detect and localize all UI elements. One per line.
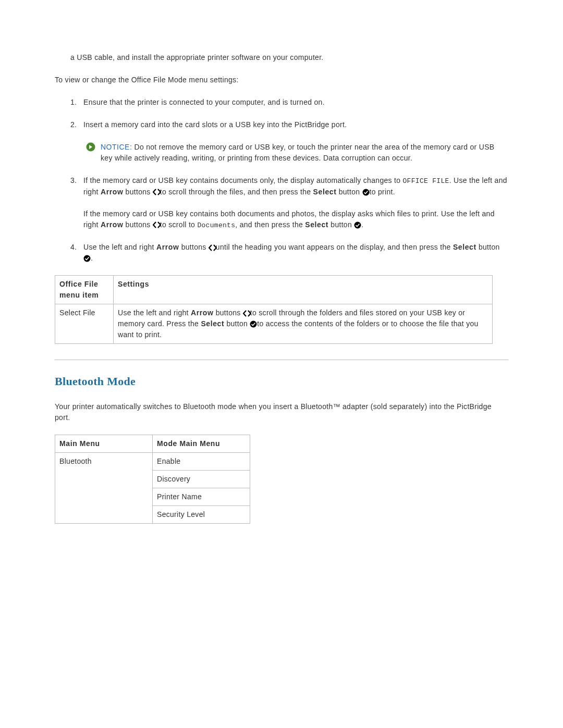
table-cell: Use the left and right Arrow buttons to … bbox=[114, 304, 493, 344]
table-header: Mode Main Menu bbox=[153, 435, 250, 453]
step-text: If the memory card or USB key contains d… bbox=[83, 175, 508, 230]
arrow-label: Arrow bbox=[101, 220, 123, 229]
steps-list: 1. Ensure that the printer is connected … bbox=[55, 97, 508, 264]
code-documents: Documents bbox=[197, 221, 235, 229]
svg-point-4 bbox=[250, 321, 257, 328]
arrow-buttons-icon bbox=[153, 221, 160, 228]
arrow-label: Arrow bbox=[156, 243, 179, 251]
table-header: Office File menu item bbox=[55, 276, 114, 304]
step-text: Insert a memory card into the card slots… bbox=[83, 119, 508, 130]
select-label: Select bbox=[453, 243, 476, 251]
intro-continuation: a USB cable, and install the appropriate… bbox=[70, 52, 508, 63]
bluetooth-intro: Your printer automatically switches to B… bbox=[55, 401, 508, 423]
table-header: Settings bbox=[114, 276, 493, 304]
instructions-intro: To view or change the Office File Mode m… bbox=[55, 75, 508, 85]
bluetooth-table: Main Menu Mode Main Menu Bluetooth Enabl… bbox=[55, 435, 250, 524]
step-number: 3. bbox=[70, 175, 83, 186]
notice-text: NOTICE: Do not remove the memory card or… bbox=[101, 142, 508, 164]
table-cell: Security Level bbox=[153, 506, 250, 524]
office-file-table: Office File menu item Settings Select Fi… bbox=[55, 275, 493, 344]
arrow-label: Arrow bbox=[101, 188, 123, 196]
select-button-icon bbox=[83, 255, 91, 262]
svg-point-2 bbox=[354, 221, 361, 228]
table-row: Bluetooth Enable bbox=[55, 453, 250, 471]
step-1: 1. Ensure that the printer is connected … bbox=[70, 97, 508, 108]
select-label: Select bbox=[305, 220, 328, 229]
svg-point-1 bbox=[362, 189, 369, 195]
svg-point-3 bbox=[84, 255, 91, 262]
step-3: 3. If the memory card or USB key contain… bbox=[70, 175, 508, 230]
arrow-buttons-icon bbox=[153, 189, 160, 195]
table-cell: Bluetooth bbox=[55, 453, 153, 524]
arrow-buttons-icon bbox=[209, 244, 216, 251]
select-button-icon bbox=[250, 320, 257, 328]
notice-body: Do not remove the memory card or USB key… bbox=[101, 143, 494, 162]
table-cell: Select File bbox=[55, 304, 114, 344]
notice-icon bbox=[86, 142, 101, 155]
section-heading-bluetooth: Bluetooth Mode bbox=[55, 373, 508, 390]
step-number: 1. bbox=[70, 97, 83, 108]
select-button-icon bbox=[354, 221, 361, 229]
notice-label: NOTICE: bbox=[101, 143, 132, 151]
step-2: 2. Insert a memory card into the card sl… bbox=[70, 119, 508, 130]
notice-block: NOTICE: Do not remove the memory card or… bbox=[86, 142, 508, 164]
select-button-icon bbox=[362, 189, 370, 196]
code-office-file: OFFICE FILE bbox=[403, 177, 449, 185]
table-cell: Printer Name bbox=[153, 488, 250, 506]
table-cell: Enable bbox=[153, 453, 250, 471]
section-divider bbox=[55, 360, 508, 360]
table-row: Select File Use the left and right Arrow… bbox=[55, 304, 493, 344]
arrow-label: Arrow bbox=[191, 309, 213, 317]
step-4: 4. Use the left and right Arrow buttons … bbox=[70, 242, 508, 264]
table-header: Main Menu bbox=[55, 435, 153, 453]
step-text: Ensure that the printer is connected to … bbox=[83, 97, 508, 108]
step-text: Use the left and right Arrow buttons unt… bbox=[83, 242, 508, 264]
select-label: Select bbox=[313, 188, 337, 196]
arrow-buttons-icon bbox=[243, 310, 250, 317]
step-number: 2. bbox=[70, 119, 83, 130]
select-label: Select bbox=[201, 319, 224, 328]
table-cell: Discovery bbox=[153, 471, 250, 488]
step-number: 4. bbox=[70, 242, 83, 253]
